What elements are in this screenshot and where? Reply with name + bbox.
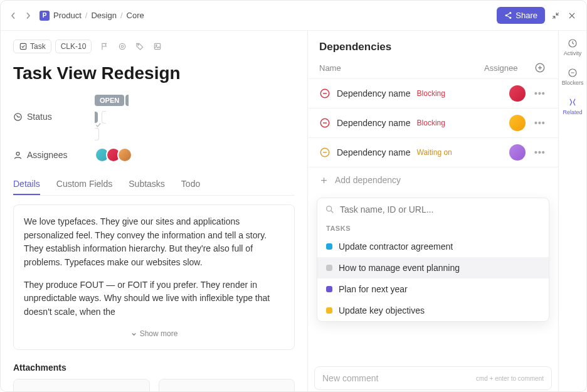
description-box[interactable]: We love typefaces. They give our sites a… [13, 204, 295, 350]
task-color-dot [326, 243, 332, 250]
target-button[interactable] [118, 42, 127, 51]
task-suggestion[interactable]: Update key objectives [317, 300, 549, 321]
status-badge[interactable]: OPEN [95, 95, 124, 106]
tab-custom-fields[interactable]: Custom Fields [56, 174, 112, 195]
status-complete-button[interactable] [95, 111, 129, 140]
person-icon [13, 151, 23, 160]
image-button[interactable] [153, 42, 162, 51]
image-icon [153, 42, 162, 51]
blocking-icon [319, 88, 331, 99]
task-color-dot [326, 286, 332, 292]
collapse-button[interactable] [550, 10, 561, 21]
tab-todo[interactable]: Todo [181, 174, 200, 195]
col-name: Name [319, 63, 484, 73]
target-icon [118, 42, 127, 51]
dependency-name: Dependency name [337, 147, 411, 157]
rail-related[interactable]: Related [563, 97, 582, 115]
assignee-avatars[interactable] [95, 147, 132, 162]
status-row: Status OPEN [13, 95, 295, 139]
attachment-placeholder[interactable] [159, 379, 295, 392]
breadcrumb-sep: / [120, 11, 123, 20]
rail-label: Blockers [562, 80, 584, 86]
avatar[interactable] [509, 115, 526, 131]
dependency-name: Dependency name [337, 118, 411, 128]
avatar[interactable] [509, 144, 526, 161]
forward-button[interactable] [24, 12, 34, 19]
description-paragraph: They produce FOUT — or FOIT if you prefe… [24, 278, 284, 319]
svg-point-10 [16, 152, 19, 155]
back-button[interactable] [9, 12, 19, 19]
task-chip[interactable]: Task [13, 40, 51, 53]
dependency-name: Dependency name [337, 88, 411, 98]
attachment-placeholder[interactable] [13, 379, 150, 392]
breadcrumb-item[interactable]: Design [91, 11, 116, 20]
task-detail-panel: Task CLK-10 Task View Redesign Status OP… [1, 31, 307, 392]
dependency-row[interactable]: Dependency name Waiting on ••• [308, 137, 558, 167]
plus-icon [319, 176, 329, 185]
dependency-tag: Waiting on [417, 148, 452, 157]
svg-point-1 [505, 14, 507, 16]
breadcrumb[interactable]: P Product / Design / Core [40, 11, 144, 21]
search-icon [325, 204, 335, 215]
task-title[interactable]: Task View Redesign [13, 63, 295, 83]
description-paragraph: We love typefaces. They give our sites a… [24, 215, 284, 270]
status-label: Status [27, 112, 52, 122]
svg-rect-3 [20, 43, 26, 49]
attachments-label: Attachments [13, 363, 295, 373]
dependency-row[interactable]: Dependency name Blocking ••• [308, 78, 558, 108]
svg-point-4 [120, 43, 125, 49]
right-rail: Activity Blockers Related [558, 31, 586, 392]
task-suggestion-label: How to manage event planning [339, 263, 460, 273]
svg-point-0 [509, 12, 511, 14]
comment-hint: cmd + enter to comment [476, 375, 544, 382]
comment-placeholder: New comment [322, 373, 378, 383]
tag-button[interactable] [135, 42, 144, 51]
share-button[interactable]: Share [497, 7, 545, 24]
avatar[interactable] [117, 147, 132, 162]
breadcrumb-item[interactable]: Product [53, 11, 82, 20]
add-column-button[interactable] [534, 62, 547, 73]
rail-label: Related [563, 109, 582, 115]
tasks-section-label: TASKS [317, 221, 549, 236]
task-suggestion-label: Update key objectives [339, 305, 425, 315]
col-assignee: Assignee [484, 63, 534, 73]
task-suggestion[interactable]: Update contractor agreement [317, 236, 549, 257]
play-icon [95, 106, 100, 112]
breadcrumb-item[interactable]: Core [127, 11, 144, 20]
task-search-panel: TASKS Update contractor agreement How to… [317, 198, 549, 322]
blockers-icon [568, 68, 578, 78]
avatar[interactable] [509, 85, 526, 102]
tab-details[interactable]: Details [13, 174, 40, 195]
tab-subtasks[interactable]: Subtasks [129, 174, 165, 195]
share-icon [504, 11, 512, 19]
new-comment-input[interactable]: New comment cmd + enter to comment [314, 366, 552, 390]
chevron-right-icon [24, 12, 32, 19]
dependency-tag: Blocking [417, 119, 445, 127]
task-suggestion[interactable]: Plan for next year [317, 278, 549, 300]
more-button[interactable]: ••• [532, 147, 547, 157]
dependencies-title: Dependencies [319, 41, 547, 53]
chevron-left-icon [9, 12, 17, 19]
close-button[interactable] [566, 10, 578, 21]
more-button[interactable]: ••• [532, 118, 547, 128]
more-button[interactable]: ••• [532, 88, 547, 98]
share-label: Share [516, 11, 537, 20]
assignees-row: Assignees [13, 147, 295, 162]
project-icon: P [40, 11, 50, 21]
waiting-icon [319, 147, 331, 158]
rail-activity[interactable]: Activity [564, 38, 582, 56]
task-icon [19, 42, 28, 51]
assignees-label: Assignees [27, 150, 68, 160]
rail-blockers[interactable]: Blockers [562, 68, 584, 86]
task-suggestion[interactable]: How to manage event planning [317, 257, 549, 278]
task-id-chip[interactable]: CLK-10 [55, 40, 92, 53]
tabs: Details Custom Fields Subtasks Todo [13, 174, 295, 196]
rail-label: Activity [564, 50, 582, 56]
flag-button[interactable] [100, 42, 109, 51]
task-suggestion-label: Update contractor agreement [339, 241, 453, 252]
flag-icon [100, 42, 109, 51]
activity-icon [568, 38, 578, 48]
dependency-row[interactable]: Dependency name Blocking ••• [308, 108, 558, 137]
add-dependency-button[interactable]: Add dependency [308, 167, 558, 193]
search-input[interactable] [340, 204, 541, 215]
